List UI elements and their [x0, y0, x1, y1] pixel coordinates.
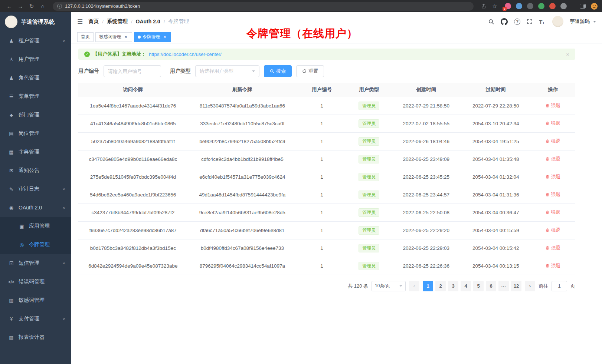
refresh-token-cell: 49d1aa46d1454fbd87591444423be9fa [188, 186, 297, 203]
sidebar-item-post[interactable]: ▤ 岗位管理 [0, 124, 71, 143]
browser-reload-button[interactable]: ↻ [27, 2, 36, 11]
expire-time-cell: 2054-03-04 19:51:25 [461, 132, 530, 150]
sidebar-toggle-icon[interactable]: ☰ [77, 18, 83, 26]
alert-close-icon[interactable]: × [566, 51, 569, 57]
page-number-button[interactable]: 2 [435, 281, 446, 291]
browser-profile-avatar[interactable] [591, 3, 598, 10]
help-icon[interactable]: ? [514, 19, 520, 25]
breadcrumb-item[interactable]: 系统管理 [107, 18, 128, 25]
user-type-select[interactable]: 请选择用户类型 [195, 65, 259, 77]
breadcrumb-separator: / [164, 19, 165, 24]
extension-icon-1[interactable]: 6 [505, 3, 511, 9]
fullscreen-icon[interactable] [527, 19, 533, 24]
sidebar-item-report-designer[interactable]: ▧ 报表设计器 [0, 328, 71, 347]
page-number-button[interactable]: 12 [511, 281, 521, 291]
reset-button[interactable]: 重置 [296, 65, 324, 77]
page-number-button[interactable]: 6 [486, 281, 496, 291]
toolbar-divider [575, 3, 575, 9]
sidebar-item-audit-log[interactable]: ✎ 审计日志 ∨ [0, 180, 71, 198]
page-number-button[interactable]: 1 [423, 281, 433, 291]
sidebar-item-department[interactable]: ♣ 部门管理 [0, 106, 71, 124]
access-token-cell: f9336e7c7dd242a283ee98dc86b17a87 [78, 221, 188, 239]
sidebar-item-sensitive-word[interactable]: ▥ 敏感词管理 [0, 291, 71, 310]
expire-time-cell: 2054-03-04 01:31:36 [461, 186, 530, 203]
extension-icon-6[interactable] [560, 3, 567, 9]
force-logout-button[interactable]: 强退 [545, 245, 560, 251]
tab-sensitive-word-management[interactable]: 敏感词管理 × [95, 32, 132, 42]
address-bar[interactable]: i 127.0.0.1:1024/system/oauth2/token [53, 2, 474, 11]
tab-home[interactable]: 首页 [77, 32, 94, 42]
goto-page-input[interactable] [552, 281, 567, 291]
sidebar-item-tenant[interactable]: ♟ 租户管理 ∨ [0, 32, 71, 50]
sidebar-item-error-code[interactable]: </> 错误码管理 [0, 272, 71, 291]
font-size-icon[interactable]: TT [539, 19, 544, 25]
refresh-token-cell: e6cfd40eb1f54571a31e775e039c4624 [188, 168, 297, 186]
page-size-select[interactable]: 10条/页 [372, 281, 406, 291]
browser-forward-button[interactable]: → [16, 2, 25, 11]
extension-icon-2[interactable] [516, 3, 522, 9]
sidebar-item-oauth2[interactable]: ◉ OAuth 2.0 ∧ [0, 198, 71, 217]
sidebar-item-menu[interactable]: ☰ 菜单管理 [0, 87, 71, 106]
prev-page-button[interactable]: ‹ [409, 281, 419, 291]
table-row: c342377bf8b344799dcbf7bf095287f2 9ce8ef2… [78, 203, 575, 221]
tab-close-icon[interactable]: × [162, 34, 167, 40]
force-logout-button[interactable]: 强退 [545, 138, 560, 145]
extension-icon-5[interactable] [549, 3, 556, 9]
share-icon[interactable] [479, 2, 488, 11]
user-avatar[interactable] [552, 16, 563, 27]
force-logout-button[interactable]: 强退 [545, 156, 560, 162]
tab-label: 敏感词管理 [99, 34, 121, 40]
sidebar-item-dictionary[interactable]: ▦ 字典管理 [0, 143, 71, 161]
sidebar-item-role[interactable]: ♟ 角色管理 [0, 69, 71, 87]
expire-time-cell: 2054-03-04 00:13:15 [461, 257, 530, 275]
force-logout-button[interactable]: 强退 [545, 120, 560, 127]
page-number-button[interactable]: 5 [473, 281, 484, 291]
page-number-button[interactable]: ··· [498, 281, 509, 291]
search-button[interactable]: 搜索 [264, 65, 292, 77]
sidebar-item-sms[interactable]: ☑ 短信管理 ∨ [0, 254, 71, 272]
alert-doc-link[interactable]: https://doc.iocoder.cn/user-center/ [149, 52, 222, 57]
action-cell: 强退 [530, 203, 575, 221]
app-logo[interactable]: 芋道管理系统 [0, 12, 71, 32]
page-number-button[interactable]: 4 [461, 281, 471, 291]
goto-label: 前往 [539, 283, 548, 289]
sidebar: 芋道管理系统 ♟ 租户管理 ∨ ♙ 用户管理 ♟ 角色管理 [0, 12, 71, 364]
search-icon[interactable] [488, 19, 494, 25]
column-header: 过期时间 [461, 83, 530, 97]
user-menu-caret-icon[interactable] [593, 21, 596, 23]
sidebar-item-payment[interactable]: ¥ 支付管理 ∨ [0, 310, 71, 328]
browser-home-button[interactable]: ⌂ [38, 2, 48, 11]
force-logout-button[interactable]: 强退 [545, 191, 560, 198]
force-logout-button[interactable]: 强退 [545, 227, 560, 234]
site-info-icon[interactable]: i [57, 4, 62, 9]
side-panel-icon[interactable] [580, 4, 586, 9]
breadcrumb-item[interactable]: 首页 [88, 18, 99, 25]
force-logout-button[interactable]: 强退 [545, 102, 560, 109]
force-logout-button[interactable]: 强退 [545, 209, 560, 216]
breadcrumb-item[interactable]: OAuth 2.0 [136, 19, 160, 24]
tab-close-icon[interactable]: × [123, 34, 128, 40]
force-logout-button[interactable]: 强退 [545, 262, 560, 269]
user-id-input[interactable] [104, 65, 161, 77]
sidebar-item-token-management[interactable]: ◎ 令牌管理 [0, 235, 71, 254]
extension-icon-3[interactable] [527, 3, 533, 9]
page-number-button[interactable]: 3 [448, 281, 458, 291]
sidebar-item-user[interactable]: ♙ 用户管理 [0, 50, 71, 69]
access-token-cell: c347026e805e4d99b0d116eae66eda8c [78, 150, 188, 168]
browser-back-button[interactable]: ← [4, 2, 14, 11]
sidebar-item-notice[interactable]: ✉ 通知公告 [0, 161, 71, 180]
tab-token-management[interactable]: 令牌管理 × [134, 32, 171, 42]
user-type-cell: 管理员 [347, 115, 392, 132]
force-logout-button[interactable]: 强退 [545, 173, 560, 180]
sidebar-item-label: 岗位管理 [19, 130, 65, 137]
breadcrumb-item[interactable]: 令牌管理 [168, 18, 189, 25]
extension-icon-4[interactable] [538, 3, 544, 9]
user-type-cell: 管理员 [347, 203, 392, 221]
sms-shield-icon: ☑ [8, 261, 14, 266]
github-icon[interactable] [501, 18, 508, 25]
bookmark-star-icon[interactable]: ☆ [490, 2, 500, 11]
sidebar-item-app-management[interactable]: ▣ 应用管理 [0, 217, 71, 235]
next-page-button[interactable]: › [525, 281, 535, 291]
table-row: 275e5de9151045fe87cbdc395e004f4d e6cfd40… [78, 168, 575, 186]
user-name[interactable]: 芋道源码 [570, 18, 590, 25]
